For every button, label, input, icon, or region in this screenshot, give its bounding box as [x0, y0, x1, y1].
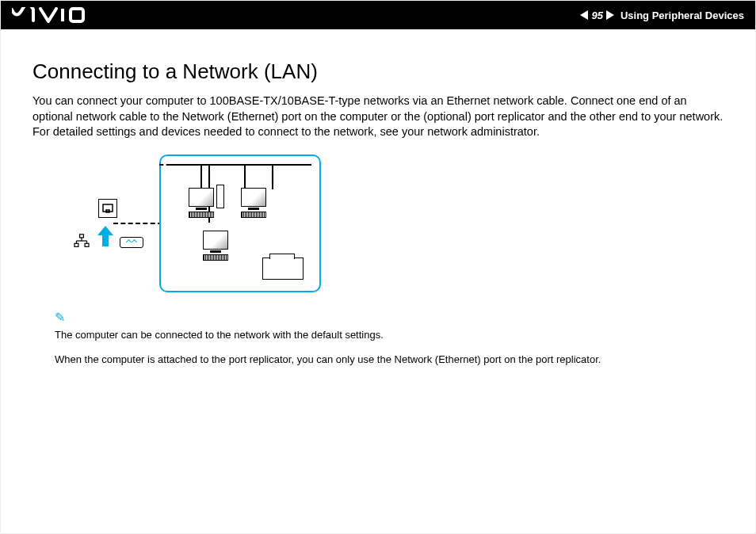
body-text: You can connect your computer to 100BASE…	[32, 93, 724, 140]
printer-icon	[262, 257, 304, 280]
page-navigation: 95	[580, 10, 613, 21]
prev-page-icon[interactable]	[580, 10, 588, 20]
ethernet-port-icon	[98, 199, 117, 218]
cable-dash-icon	[113, 223, 162, 224]
page-title: Connecting to a Network (LAN)	[32, 59, 724, 84]
svg-rect-1	[71, 9, 83, 21]
next-page-icon[interactable]	[606, 10, 614, 20]
header-bar: 95 Using Peripheral Devices	[1, 1, 755, 29]
page-number: 95	[591, 10, 602, 21]
note-pencil-icon: ✎	[55, 311, 65, 324]
connector-icon	[120, 237, 143, 248]
workstation-icon	[237, 188, 270, 218]
lan-topology-box	[159, 154, 321, 292]
note-text-1: The computer can be connected to the net…	[32, 328, 724, 342]
workstation-icon	[185, 188, 218, 218]
svg-rect-4	[80, 235, 84, 238]
lan-tree-icon	[72, 234, 91, 248]
network-diagram	[72, 154, 724, 292]
svg-rect-10	[85, 243, 89, 246]
note-text-2: When the computer is attached to the por…	[32, 353, 724, 367]
svg-rect-9	[74, 243, 78, 246]
vaio-logo	[12, 7, 85, 23]
up-arrow-icon	[96, 224, 115, 248]
page-content: Connecting to a Network (LAN) You can co…	[1, 29, 755, 394]
section-title: Using Peripheral Devices	[620, 10, 744, 21]
svg-rect-0	[61, 9, 64, 21]
workstation-icon	[199, 231, 232, 261]
